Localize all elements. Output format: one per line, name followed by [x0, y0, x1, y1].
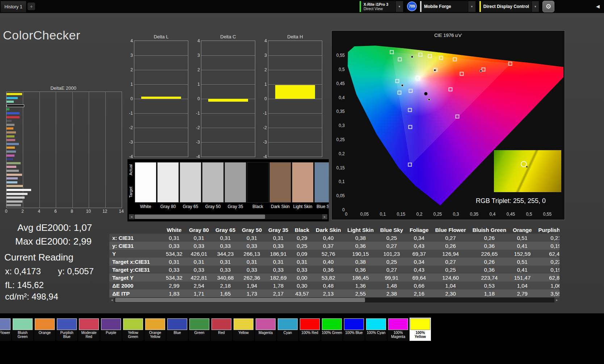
gridline [89, 92, 89, 208]
patch-button-100-red[interactable]: 100% Red [299, 318, 320, 341]
swatch-scrollbar[interactable]: ◄ ► [129, 214, 327, 219]
axis-tick-label: 0,35 [470, 212, 478, 217]
patch-label: Yellow [233, 331, 254, 335]
deltae-bar-gray-65 [7, 196, 25, 199]
patch-button-magenta[interactable]: Magenta [255, 318, 276, 341]
scroll-left-icon[interactable]: ◄ [129, 214, 134, 219]
display-control-dropdown[interactable]: Direct Display Control ▼ [479, 1, 539, 12]
axis-tick-label: 0 [127, 96, 133, 101]
patch-button-100-magenta[interactable]: 100% Magenta [387, 318, 409, 341]
patch-button-100-yellow[interactable]: 100% Yellow [410, 318, 431, 341]
table-scrollbar[interactable]: ◄ ► [109, 297, 559, 302]
patch-button-100-blue[interactable]: 100% Blue [343, 318, 365, 341]
table-cell: 0,41 [509, 242, 535, 250]
patch-button-red[interactable]: Red [211, 318, 232, 341]
cie-marker-dot [411, 56, 413, 58]
deltae-bar-blue [7, 112, 20, 114]
add-tab-button[interactable]: + [28, 3, 35, 10]
column-header: Foliage [406, 226, 432, 234]
scroll-thumb[interactable] [135, 215, 265, 219]
collapse-panel-icon[interactable]: ◀ [596, 4, 600, 9]
patch-button-cyan[interactable]: Cyan [277, 318, 298, 341]
table-cell: 1,73 [239, 289, 265, 297]
axis-tick-label: 2 [261, 67, 267, 72]
patch-button-moderate-red[interactable]: Moderate Red [78, 318, 100, 341]
patch-button-100-cyan[interactable]: 100% Cyan [365, 318, 387, 341]
scroll-left-icon[interactable]: ◄ [109, 297, 114, 302]
reading-y-value: y: 0,5057 [58, 266, 94, 276]
gridline [201, 55, 255, 56]
patch-button-yellow[interactable]: Yellow [233, 318, 254, 341]
patch-button-purple[interactable]: Purple [100, 318, 122, 341]
scroll-right-icon[interactable]: ► [322, 214, 327, 219]
patch-label: Orange Yellow [144, 331, 166, 339]
deltae-x-axis: 02468101214 [6, 209, 121, 215]
axis-tick-label: 0,2 [333, 151, 345, 156]
table-cell: 52,76 [313, 250, 344, 258]
gridline [268, 84, 322, 85]
chart-plot: 43210-1-2-3-4 [134, 41, 188, 157]
measurement-dot-icon [526, 166, 528, 168]
swatch-light-skin: Light Skin [292, 162, 314, 215]
chart-plot: 43210-1-2-3-4 [201, 41, 255, 157]
measurement-table: WhiteGray 80Gray 65Gray 50Gray 35BlackDa… [109, 226, 559, 297]
history-tab[interactable]: History 1 [1, 1, 26, 12]
gridline [134, 84, 188, 85]
table-cell: 344,23 [212, 250, 239, 258]
patch-button-blue[interactable]: Blue [167, 318, 188, 341]
delta-lch-charts: Delta L43210-1-2-3-4Delta C43210-1-2-3-4… [134, 34, 335, 157]
table-cell: 0,34 [406, 258, 432, 266]
settings-gear-icon[interactable]: ⚙ [542, 1, 554, 12]
max-de2000-stat: Max dE2000: 2,99 [15, 236, 92, 247]
table-row: Target Y534,32422,81340,68262,36182,690,… [109, 274, 559, 282]
cie-marker-square [428, 54, 432, 58]
column-header: Bluish Green [469, 226, 509, 234]
patch-button-orange[interactable]: Orange [34, 318, 55, 341]
table-cell: 534,32 [163, 274, 186, 282]
patch-button-blue-flower[interactable]: Blue Flower [0, 318, 11, 341]
swatch-dark-skin: Dark Skin [269, 162, 291, 215]
deltae-bar-blue-sky [7, 143, 19, 145]
cie-marker-sel [416, 76, 420, 80]
table-cell: 0,31 [163, 234, 186, 242]
chevron-down-icon: ▼ [468, 1, 475, 12]
gridline [39, 92, 40, 208]
table-cell: 1,04 [509, 282, 535, 289]
table-cell: 0,36 [313, 266, 344, 274]
patch-button-green[interactable]: Green [189, 318, 210, 341]
cie-marker-square [453, 57, 457, 61]
scroll-thumb[interactable] [115, 298, 365, 302]
scroll-right-icon[interactable]: ► [554, 297, 559, 302]
meter-dropdown[interactable]: X-Rite i1Pro 3 Direct View ▼ [360, 1, 403, 12]
bottom-bar: Blue FlowerBluish GreenOrangePurplish Bl… [0, 313, 604, 364]
reading-fl-value: fL: 145,62 [5, 280, 44, 290]
table-cell: 0,40 [313, 234, 344, 242]
table-cell: 0,43 [406, 242, 432, 250]
column-header: Orange [509, 226, 535, 234]
table-cell: 2,16 [406, 289, 432, 297]
table-cell: 101,23 [377, 250, 406, 258]
table-cell: 0,31 [212, 234, 239, 242]
gridline [134, 142, 188, 143]
patch-button-100-green[interactable]: 100% Green [321, 318, 343, 341]
patch-button-bluish-green[interactable]: Bluish Green [12, 318, 33, 341]
table-row: ΔE 20002,992,542,181,941,780,300,481,361… [109, 282, 559, 289]
patch-button-purplish-blue[interactable]: Purplish Blue [56, 318, 77, 341]
gridline [201, 142, 255, 143]
patch-button-yellow-green[interactable]: Yellow Green [122, 318, 144, 341]
axis-tick-label: 14 [119, 209, 123, 214]
swatch-gray-65: Gray 65 [180, 162, 201, 215]
table-cell: 0,19 [535, 242, 559, 250]
gridline [105, 92, 106, 208]
axis-tick-label: 2 [127, 67, 133, 72]
deltae-bar-yellow [7, 93, 22, 95]
patch-button-orange-yellow[interactable]: Orange Yellow [144, 318, 166, 341]
axis-tick-label: 0 [194, 96, 200, 101]
rec709-target-badge[interactable]: 709 [407, 1, 417, 11]
source-dropdown[interactable]: Mobile Forge ▼ [420, 1, 475, 12]
table-cell: 2,17 [265, 289, 291, 297]
table-cell: 0,27 [377, 242, 406, 250]
swatch-label: Gray 35 [225, 204, 246, 209]
deltae-bar-orange-yellow [7, 147, 15, 149]
axis-tick-label: -1 [194, 111, 200, 116]
